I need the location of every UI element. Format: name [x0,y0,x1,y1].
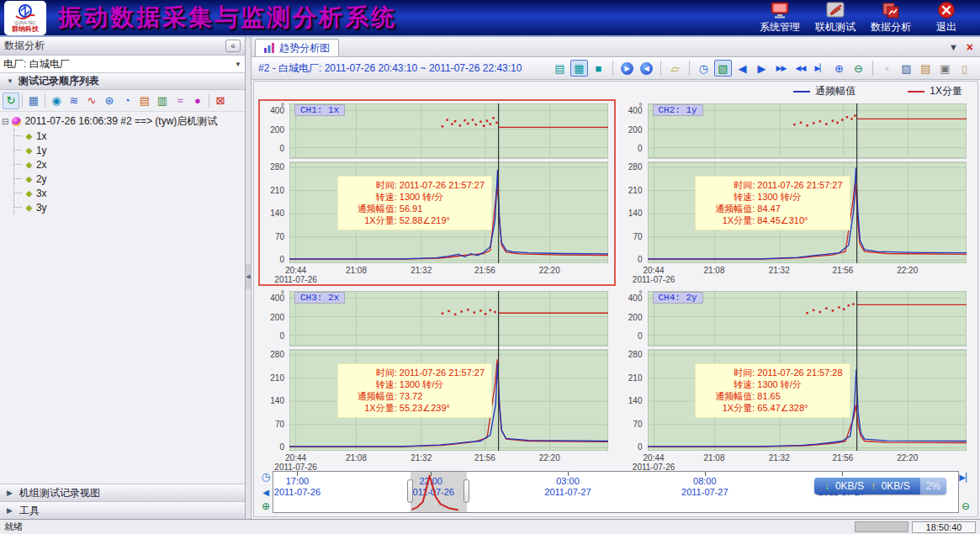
channel-label: 2y [36,173,47,185]
xy-plot-icon[interactable]: ≋ [66,93,82,109]
data-analysis-icon [880,1,902,19]
snapshot-icon[interactable]: ▣ [936,60,954,77]
splitter-collapse-icon[interactable]: ◀ [246,264,251,289]
sidebar-collapse-button[interactable]: « [225,40,241,52]
panel-close-icon[interactable]: × [967,40,973,54]
tooltip-value: 1300 转/分 [757,191,802,203]
sidebar-splitter[interactable]: ◀ [246,37,252,519]
layout-single-icon[interactable]: ■ [590,60,607,77]
bar-record-icon[interactable]: ▤ [136,93,153,109]
record-tree-root[interactable]: ⊟ 2011-07-26 16:06:39 #2 ==> (tyw)启机测试 [2,114,243,129]
trend-chart-ch1-1x[interactable]: CH1: 1x °4002000280210140700 时间:2011-07-… [259,100,615,285]
amp-tick-label: 140 [270,209,284,218]
phase-tick-label: 200 [628,313,643,322]
layout-grid-icon[interactable]: ▦ [570,60,588,77]
clipboard-icon[interactable]: ▯ [956,60,973,77]
plot-area[interactable]: 时间:2011-07-26 21:57:27转速:1300 转/分通频幅值:73… [289,291,608,451]
phase-tick-label: 200 [270,125,284,135]
step-back-icon[interactable]: ◀ [734,60,751,77]
nav-exit[interactable]: 退出 [924,1,968,34]
tooltip-value: 2011-07-26 21:57:27 [757,179,842,191]
tree-item-channel-2x[interactable]: ◆2x [14,157,243,172]
sidebar-item-unit-test-view[interactable]: ▶ 机组测试记录视图 [0,484,245,501]
tooltip-row: 时间:2011-07-26 21:57:27 [345,367,485,378]
channel-label: 1y [36,145,47,156]
plant-label: 电厂: [3,57,26,71]
toolbar-separator [612,61,613,76]
timeline-strip[interactable]: 17:002011-07-2622:002011-07-2603:002011-… [273,471,959,513]
tree-item-channel-1x[interactable]: ◆1x [14,129,243,143]
x-tick-time: 22:20 [539,266,560,275]
tab-controls: ▼ × [949,40,973,54]
time-cursor-icon[interactable]: ◷ [695,60,712,77]
nav-online-test[interactable]: 联机测试 [813,1,857,34]
trend-chart-ch4-2y[interactable]: CH4: 2y °4002000280210140700 时间:2011-07-… [617,288,973,473]
trend-chart-ch2-1y[interactable]: CH2: 1y °4002000280210140700 时间:2011-07-… [617,100,973,285]
top-nav: 系统管理 联机测试 数据分析 退出 [758,1,980,34]
scroll-left-icon[interactable]: ◀ [262,487,269,498]
spectrum-record-icon[interactable]: ▥ [154,93,171,109]
tooltip-label: 时间: [345,367,397,378]
x-tick-label: 21:56 [474,266,495,275]
tooltip-row: 1X分量:84.45∠310° [702,214,842,226]
plant-select[interactable]: 电厂: 白城电厂 ▼ [0,56,245,73]
plot-area[interactable]: 时间:2011-07-26 21:57:28转速:1300 转/分通频幅值:81… [648,291,967,451]
prev-record-button[interactable]: ▶ [618,60,636,77]
status-text: 就绪 [4,521,23,533]
trend-chart-ch3-2x[interactable]: CH3: 2x °4002000280210140700 时间:2011-07-… [259,288,615,473]
runup-plot-icon[interactable]: ∿ [83,93,100,109]
trend-record-icon[interactable]: ≈ [172,93,188,109]
network-status-pill: ↓ 0KB/S ↑ 0KB/S 2% [814,478,946,494]
amp-tick-label: 210 [628,373,643,383]
layout-horizontal-icon[interactable]: ▤ [551,60,569,77]
go-end-icon[interactable]: ▶▏ [811,60,829,77]
zoom-search-icon[interactable]: ◉ [48,93,65,109]
zoom-in-icon[interactable]: ⊕ [830,60,848,77]
selection-handle-left[interactable] [407,479,413,503]
phase-tick-label: 0 [279,144,284,153]
x-tick-time: 21:08 [703,266,724,275]
tree-item-channel-1y[interactable]: ◆1y [14,143,243,157]
step-forward-icon[interactable]: ▶ [753,60,771,77]
sidebar-item-tools[interactable]: ▶ 工具 [0,501,245,519]
trend-mode-icon[interactable]: ▧ [714,60,732,77]
polar-plot-icon[interactable]: ◔ [119,93,135,109]
fast-back-icon[interactable]: ◀◀ [792,60,809,77]
scroll-end-icon[interactable]: ▶▏ [959,472,972,483]
tree-item-channel-3y[interactable]: ◆3y [14,200,243,214]
tooltip-row: 转速:1300 转/分 [345,191,485,203]
time-range-icon[interactable]: ◷ [262,472,270,483]
fast-forward-icon[interactable]: ▶▶ [772,60,790,77]
report-icon[interactable]: ▤ [917,60,935,77]
refresh-icon[interactable]: ↻ [3,93,19,109]
sphere-record-icon[interactable]: ● [189,93,206,109]
channel-label: CH2: 1y [653,104,703,116]
nav-data-analysis[interactable]: 数据分析 [869,1,913,34]
tab-trend-analysis[interactable]: 趋势分析图 [255,39,339,56]
amp-tick-label: 210 [628,186,643,195]
plot-area[interactable]: 时间:2011-07-26 21:57:27转速:1300 转/分通频幅值:56… [289,103,608,263]
edit-note-icon[interactable]: ▨ [898,60,915,77]
selection-handle-right[interactable] [464,479,469,503]
list-view-icon[interactable]: ▦ [25,93,42,109]
panel-collapse-icon[interactable]: ▼ [949,42,958,52]
timeline-zoom-in-icon[interactable]: ⊕ [262,501,270,512]
tooltip-label: 通频幅值: [702,203,755,214]
x-tick-label: 21:32 [769,266,790,275]
delete-record-icon[interactable]: ⊠ [212,93,229,109]
tree-expander-icon[interactable]: ⊟ [2,117,8,126]
orbit-plot-icon[interactable]: ⊛ [101,93,118,109]
record-list-section-header[interactable]: ▼ 测试记录顺序列表 [0,73,245,90]
plot-area[interactable]: 时间:2011-07-26 21:57:27转速:1300 转/分通频幅值:84… [648,103,967,263]
nav-system-manage[interactable]: 系统管理 [758,1,802,34]
next-record-button[interactable]: ◀ [638,60,655,77]
eraser-icon[interactable]: ▱ [666,60,684,77]
tree-item-channel-2y[interactable]: ◆2y [14,172,243,186]
dropdown-arrow-icon[interactable]: ▼ [235,61,241,68]
tree-item-channel-3x[interactable]: ◆3x [14,186,243,200]
section-title: 测试记录顺序列表 [19,74,99,88]
zoom-out-icon[interactable]: ⊖ [850,60,867,77]
x-axis: 20:442011-07-2621:0821:3221:5622:20 [648,264,967,285]
timeline-zoom-out-icon[interactable]: ⊖ [961,501,970,512]
marker-icon[interactable]: ◦ [878,60,896,77]
